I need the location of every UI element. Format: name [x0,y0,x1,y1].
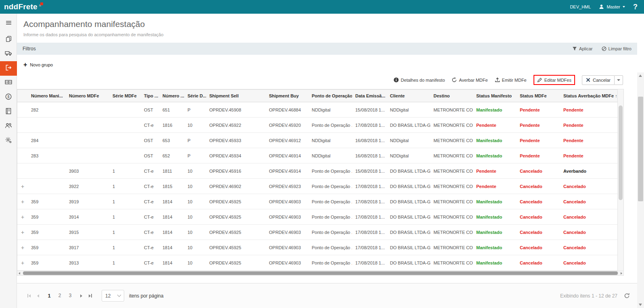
column-header-status_mdfe[interactable]: Status MDFe [517,90,560,102]
prev-page-button[interactable] [34,294,42,298]
table-row[interactable]: 283OST652POPRDEV.45934OPRDEV.46914NDDigi… [17,148,618,163]
clear-filter-button[interactable]: Limpar filtro [602,46,631,51]
scroll-down-arrow-icon[interactable] [639,304,642,306]
column-header-serie_mdfe[interactable]: Série MDFe [109,90,141,102]
expand-row-icon[interactable]: + [17,179,28,194]
hscroll-right-arrow-icon[interactable] [621,272,622,275]
cell-shipment_sell: OPRDEV.45925 [206,194,266,209]
hscroll-thumb[interactable] [23,271,618,275]
cell-serie_mdfe [109,148,141,163]
grid-vscroll-thumb[interactable] [619,105,623,200]
page-numbers: 123 [44,291,75,301]
cell-serie_mdfe [109,118,141,133]
column-header-data_emissao[interactable]: Data Emissã... [352,90,387,102]
first-page-button[interactable] [24,294,34,298]
sidebar-item-banknote[interactable] [0,76,17,90]
table-row[interactable]: CT-e181610OPRDEV.45922OPRDEV.45920Ponto … [17,118,618,133]
action-editar-mdfes[interactable]: Editar MDFes [534,75,575,85]
action-detalhes-do-manifesto[interactable]: Detalhes do manifesto [394,77,445,83]
cell-shipment_sell: OPRDEV.45925 [206,225,266,240]
table-row[interactable]: +39221CT-e181510OPRDEV.46902OPRDEV.45923… [17,179,618,194]
grid-horizontal-scrollbar[interactable] [17,271,624,276]
cell-ponto_operacao: NDDigital [308,148,352,163]
column-header-ponto_operacao[interactable]: Ponto de Operação [308,90,352,102]
apply-filter-button[interactable]: Aplicar [572,46,593,51]
cell-shipment_sell: OPRDEV.45934 [206,148,266,163]
cell-numero_mdfe: 3914 [66,209,109,225]
cell-shipment_buy: OPRDEV.46903 [266,255,308,271]
column-header-numero_documento[interactable]: Número ... [159,90,184,102]
sidebar-item-settings[interactable] [0,134,17,148]
page-vertical-scrollbar[interactable] [637,72,644,308]
column-header-numero_mdfe[interactable]: Número MDFe [66,90,109,102]
cell-data_emissao: 17/08/2018 1... [352,255,387,271]
sidebar-item-ledger[interactable] [0,105,17,119]
cell-serie_documento: P [184,148,206,163]
sidebar-item-manifest-exit[interactable] [0,61,17,76]
action-averbar-mdfe[interactable]: Averbar MDFe [452,77,488,83]
sidebar-item-truck[interactable] [0,47,17,61]
expand-row-icon[interactable]: + [17,255,28,271]
page-vscroll-thumb[interactable] [638,97,643,201]
cell-tipo_documento: CT-e [141,240,159,255]
table-row[interactable]: 282OST651POPRDEV.45908OPRDEV.46884NDDigi… [17,102,618,118]
scroll-up-arrow-icon[interactable] [639,74,642,77]
table-row[interactable]: 39031CT-e181110OPRDEV.45916OPRDEV.45914P… [17,163,618,179]
column-header-destino[interactable]: Destino [430,90,473,102]
cell-ponto_operacao: Ponto de Operação ... [308,240,352,255]
expand-row-icon[interactable]: + [17,209,28,225]
column-header-serie_documento[interactable]: Série D... [184,90,206,102]
expand-row-icon[interactable]: + [17,194,28,209]
cancelar-dropdown-button[interactable] [614,75,623,85]
page-size-select[interactable]: 12 [102,290,124,302]
brand-logo[interactable]: nddFrete [4,2,43,11]
cell-tipo_documento: CT-e [141,255,159,271]
grid-vertical-scrollbar[interactable] [617,89,623,271]
table-row[interactable]: +35939171CT-e181410OPRDEV.45925OPRDEV.46… [17,240,618,255]
new-group-button[interactable]: + Novo grupo [23,62,53,68]
next-page-button[interactable] [77,294,85,298]
column-header-shipment_buy[interactable]: Shipment Buy [266,90,308,102]
expand-cell-empty [17,148,28,163]
cell-data_emissao: 17/08/2018 1... [352,194,387,209]
sidebar-item-menu[interactable] [0,16,17,31]
expand-row-icon[interactable]: + [17,240,28,255]
column-header-shipment_sell[interactable]: Shipment Sell [206,90,266,102]
column-header-status_manifesto[interactable]: Status Manifesto [473,90,517,102]
refresh-button[interactable] [624,293,630,299]
table-row[interactable]: +35939191CT-e181410OPRDEV.45925OPRDEV.46… [17,194,618,209]
cell-status_averbacao_mdfe: Pendente [560,118,618,133]
last-page-button[interactable] [85,294,95,298]
cell-numero_manifesto [28,118,66,133]
cell-ponto_operacao: NDDigital [308,102,352,118]
cell-numero_mdfe: 3917 [66,240,109,255]
page-button-1[interactable]: 1 [44,291,54,301]
page-button-2[interactable]: 2 [54,291,65,301]
column-header-tipo_documento[interactable]: Tipo ... [141,90,159,102]
sidebar-item-currency[interactable]: $ [0,90,17,105]
page-subtitle: Informe os dados para pesquisa do acompa… [23,32,631,37]
action-emitir-mdfe[interactable]: Emitir MDFe [495,77,527,83]
help-button[interactable]: ? [633,3,638,11]
table-row[interactable]: +35939151CT-e181410OPRDEV.45925OPRDEV.46… [17,225,618,240]
cell-data_emissao: 16/08/2018 1... [352,133,387,148]
column-header-cliente[interactable]: Cliente [387,90,430,102]
cell-status_manifesto: Manifestado [473,255,517,271]
currency-icon: $ [5,93,12,102]
column-header-numero_manifesto[interactable]: Número Mani... [28,90,66,102]
hscroll-left-arrow-icon[interactable] [19,272,20,275]
cell-status_mdfe: Pendente [517,118,560,133]
cell-ponto_operacao: NDDigital [308,133,352,148]
page-button-3[interactable]: 3 [65,291,75,301]
cancelar-button[interactable]: Cancelar [582,75,615,85]
sidebar-item-users[interactable] [0,119,17,134]
table-row[interactable]: +35939131CT-e181410OPRDEV.45925OPRDEV.46… [17,255,618,271]
sidebar-item-documents[interactable] [0,32,17,47]
column-header-status_averbacao_mdfe[interactable]: Status Averbação MDFe ↑ [560,90,618,102]
filters-panel-header[interactable]: Filtros Aplicar Limpar filtro [17,43,637,55]
expand-row-icon[interactable]: + [17,225,28,240]
cell-shipment_sell: OPRDEV.45908 [206,102,266,118]
table-row[interactable]: +35939141CT-e181410OPRDEV.45925OPRDEV.46… [17,209,618,225]
user-menu[interactable]: Master [599,4,625,10]
table-row[interactable]: 284OST653POPRDEV.45933OPRDEV.46912NDDigi… [17,133,618,148]
